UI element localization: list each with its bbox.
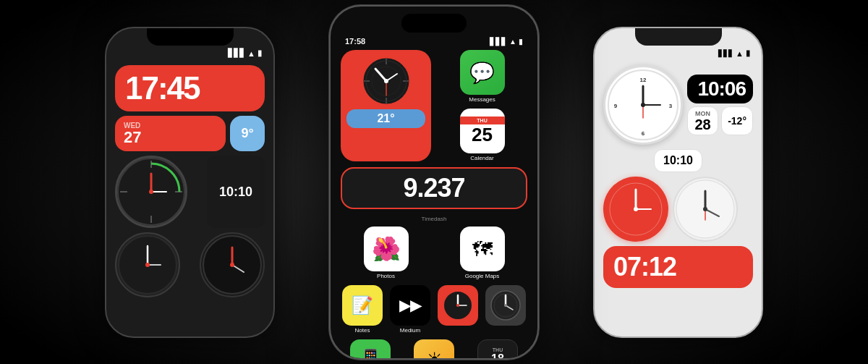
number-widget: 9.237 [341,167,527,209]
calendar-label: Calendar [470,155,493,161]
number-value: 9.237 [403,173,464,203]
center-time-display: 17:58 [345,37,365,46]
timedash-icon[interactable]: THU 18 10° [477,339,518,360]
messages-icon-cell[interactable]: 💬 Messages [437,50,527,103]
battery-icon: ▮ [519,38,523,46]
svg-point-54 [504,304,507,307]
right-date-block: MON 28 [687,106,718,135]
left-phone: ▋▋▋ ▲ ▮ 17:45 WED 27 9° [105,27,275,338]
svg-text:3: 3 [669,103,673,109]
right-status-icons: ▋▋▋ ▲ ▮ [718,48,750,58]
notes-label: Notes [355,327,370,334]
left-small-time: 10:10 [207,156,265,228]
center-photos-maps-row: 🌺 Photos 🗺 Google Maps [331,227,537,279]
medium-icon[interactable]: ▶▶ [390,285,430,326]
right-clock-a [603,177,668,242]
center-clock-svg [361,56,412,106]
right-small-time-row: 10:10 [603,149,753,172]
right-big-clock: 12 3 6 9 [603,65,683,145]
right-notch [635,28,722,46]
left-date-widget: WED 27 [115,116,226,151]
timedash-label: Timedash [341,211,527,224]
clock-red-icon[interactable] [438,285,478,326]
right-clock-b-svg [676,179,735,239]
notes-icon[interactable]: 📝 [342,285,383,326]
center-temp-pill: 21° [346,109,425,128]
left-date-temp-row: WED 27 9° [115,116,265,151]
right-clock-row [603,177,753,242]
phones-wrapper: ▋▋▋ ▲ ▮ 17:45 WED 27 9° [0,0,868,364]
weatherpro-icon[interactable]: ☀ [414,339,454,360]
right-status-bar: ▋▋▋ ▲ ▮ [595,48,762,62]
photos-label: Photos [377,273,395,279]
left-clock-3-svg [202,234,263,295]
messages-icon[interactable]: 💬 [460,50,505,95]
clock-dark-cell[interactable] [484,285,527,334]
center-row3: 📝 Notes ▶▶ Medium [331,285,537,334]
notes-cell[interactable]: 📝 Notes [341,285,384,334]
weatherpro-cell[interactable]: ☀ WeatherPro [404,339,464,360]
center-phone: 17:58 ▋▋▋ ▲ ▮ [329,5,539,360]
svg-point-24 [641,103,645,107]
svg-point-29 [634,207,638,211]
svg-text:6: 6 [642,130,645,137]
svg-point-34 [703,207,707,211]
center-number-section: 9.237 Timedash [331,167,537,224]
right-digital-time: 10:06 [687,75,753,103]
center-status-bar: 17:58 ▋▋▋ ▲ ▮ [331,35,537,50]
center-clock-widget: 21° [341,50,431,161]
left-big-time: 17:45 [125,72,255,104]
signal-icon: ▋▋▋ [490,38,507,46]
right-temp-block: -12° [721,106,753,135]
svg-point-11 [145,263,150,267]
svg-point-49 [456,304,459,307]
left-clock-row: 10:10 [115,156,265,228]
right-top-row: 12 3 6 9 10:06 [603,65,753,145]
center-right-apps: 💬 Messages THU 25 Calendar [437,50,527,161]
wifi-icon: ▲ [509,38,516,46]
google-maps-cell[interactable]: 🗺 Google Maps [437,227,527,279]
right-clock-a-svg [606,179,665,239]
photos-icon[interactable]: 🌺 [364,227,409,271]
calendar-icon-cell[interactable]: THU 25 Calendar [437,109,527,161]
right-phone: ▋▋▋ ▲ ▮ 12 3 6 9 [593,27,763,338]
center-status-icons: ▋▋▋ ▲ ▮ [490,38,523,46]
svg-text:9: 9 [614,103,618,109]
left-clock-2 [115,232,180,297]
google-maps-icon[interactable]: 🗺 [460,227,505,271]
whatsapp-icon[interactable]: 📱 [350,339,391,360]
svg-point-7 [149,190,153,194]
medium-label: Medium [400,327,420,334]
google-maps-label: Google Maps [465,273,500,279]
right-clock-b [673,177,738,242]
left-time-widget: 17:45 [115,65,265,111]
right-date-temp: MON 28 -12° [687,106,753,135]
left-clock-2-svg [117,234,178,295]
left-clock-svg [117,158,185,226]
svg-point-15 [230,263,234,267]
clock-red-cell[interactable] [436,285,480,334]
center-row4: 📱 WhatsApp ☀ WeatherPro THU 18 10° Timed… [331,339,537,360]
left-status-icons: ▋▋▋ ▲ ▮ [228,48,262,58]
right-bottom-time: 07:12 [603,246,753,288]
dynamic-island [401,14,467,33]
svg-text:12: 12 [640,77,647,83]
center-analog-clock [346,56,425,106]
left-bottom-clocks [115,232,265,297]
left-notch [147,28,234,46]
right-clock-svg: 12 3 6 9 [607,69,679,141]
medium-cell[interactable]: ▶▶ Medium [388,285,432,334]
left-temp-widget: 9° [230,116,265,151]
svg-point-45 [384,79,388,83]
right-digital-col: 10:06 MON 28 -12° [687,75,753,135]
photos-cell[interactable]: 🌺 Photos [341,227,431,279]
calendar-icon[interactable]: THU 25 [460,109,505,153]
timedash-cell[interactable]: THU 18 10° Timedash [468,339,527,360]
left-clock-3 [200,232,265,297]
left-status-bar: ▋▋▋ ▲ ▮ [106,48,273,62]
right-small-time-box: 10:10 [654,149,702,172]
clock-dark-icon[interactable] [485,285,526,326]
whatsapp-cell[interactable]: 📱 WhatsApp [341,339,400,360]
messages-label: Messages [469,96,495,103]
center-top-section: 21° 💬 Messages THU 25 Calendar [331,50,537,161]
